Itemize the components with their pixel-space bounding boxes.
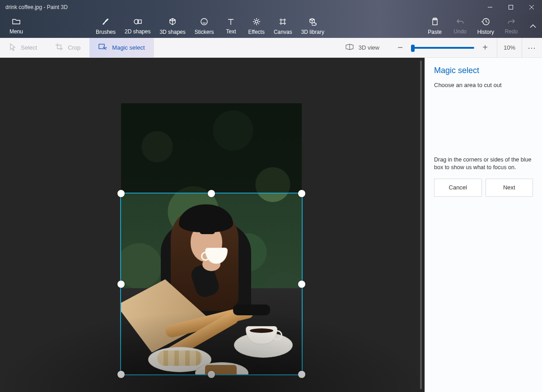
selection-handle-top-left[interactable] xyxy=(117,190,125,197)
side-panel: Magic select Choose an area to cut out D… xyxy=(425,58,542,392)
tool-magic-select[interactable]: Magic select xyxy=(89,38,154,57)
cursor-icon xyxy=(9,43,16,52)
shapes-2d-icon xyxy=(133,18,142,27)
ribbon-stickers[interactable]: Stickers xyxy=(190,14,219,38)
ribbon-label: 2D shapes xyxy=(125,28,150,35)
zoom-controls: − + xyxy=(388,38,497,57)
zoom-slider[interactable] xyxy=(411,47,474,49)
folder-icon xyxy=(12,18,21,27)
ribbon-expand-button[interactable] xyxy=(524,14,542,38)
ribbon-label: Paste xyxy=(428,29,442,35)
main-area: Magic select Choose an area to cut out D… xyxy=(0,58,542,392)
tool-label: Magic select xyxy=(112,44,145,51)
maximize-button[interactable] xyxy=(500,0,521,14)
ribbon-canvas[interactable]: Canvas xyxy=(269,14,297,38)
zoom-in-button[interactable]: + xyxy=(480,42,491,53)
selection-handle-bottom-middle[interactable] xyxy=(208,371,215,378)
ribbon-label: Undo xyxy=(453,28,467,35)
ribbon-text[interactable]: Text xyxy=(218,14,243,38)
menu-label: Menu xyxy=(9,28,23,35)
minimize-button[interactable] xyxy=(480,0,500,14)
ribbon-redo[interactable]: Redo xyxy=(499,14,524,38)
ribbon-undo[interactable]: Undo xyxy=(448,14,473,38)
secondary-toolbar: Select Crop Magic select 3D view − + 10%… xyxy=(0,38,542,58)
history-icon xyxy=(481,18,490,27)
text-icon xyxy=(227,18,234,27)
zoom-out-button[interactable]: − xyxy=(395,42,406,53)
svg-point-4 xyxy=(255,20,258,23)
ribbon-2d-shapes[interactable]: 2D shapes xyxy=(120,14,155,38)
ribbon-label: 3D shapes xyxy=(159,29,185,35)
view-3d-icon xyxy=(345,43,354,52)
svg-point-3 xyxy=(201,18,207,25)
redo-icon xyxy=(507,18,515,27)
ribbon-brushes[interactable]: Brushes xyxy=(91,14,120,38)
ribbon-history[interactable]: History xyxy=(473,14,499,38)
selection-handle-middle-right[interactable] xyxy=(298,281,305,288)
ribbon-3d-library[interactable]: 3D library xyxy=(297,14,329,38)
ribbon-label: 3D library xyxy=(301,29,324,35)
selection-handle-bottom-right[interactable] xyxy=(298,371,305,378)
close-button[interactable] xyxy=(521,0,542,14)
brush-icon xyxy=(102,18,110,27)
ribbon-label: Effects xyxy=(248,29,264,35)
title-bar: drink coffee.jpg - Paint 3D xyxy=(0,0,542,14)
panel-title: Magic select xyxy=(434,66,533,75)
ribbon: Menu Brushes 2D shapes 3D shapes Sticker… xyxy=(0,14,542,38)
paste-icon xyxy=(431,18,439,27)
canvas-icon xyxy=(279,18,287,27)
tool-label: 3D view xyxy=(359,44,379,51)
zoom-percent[interactable]: 10% xyxy=(497,38,522,58)
magic-select-icon xyxy=(98,43,107,52)
chevron-up-icon xyxy=(529,22,537,30)
menu-button[interactable]: Menu xyxy=(0,14,33,38)
tool-label: Crop xyxy=(68,44,80,51)
ribbon-label: Brushes xyxy=(96,29,116,35)
tool-crop[interactable]: Crop xyxy=(46,38,89,57)
cancel-button[interactable]: Cancel xyxy=(434,179,482,197)
panel-hint-top: Choose an area to cut out xyxy=(434,82,533,88)
selection-handle-top-middle[interactable] xyxy=(208,190,215,197)
ribbon-label: Redo xyxy=(505,28,518,35)
ribbon-label: Text xyxy=(226,28,236,35)
window-title: drink coffee.jpg - Paint 3D xyxy=(5,4,68,10)
selection-box[interactable] xyxy=(120,193,303,375)
selection-handle-bottom-left[interactable] xyxy=(117,371,125,378)
ribbon-paste[interactable]: Paste xyxy=(422,14,448,38)
ribbon-label: History xyxy=(477,29,494,35)
tool-label: Select xyxy=(21,44,37,51)
tool-select[interactable]: Select xyxy=(0,38,46,57)
svg-rect-0 xyxy=(509,5,513,9)
next-button[interactable]: Next xyxy=(486,179,533,197)
selection-handle-top-right[interactable] xyxy=(298,190,305,197)
more-options-button[interactable]: ⋯ xyxy=(522,38,542,57)
panel-hint-bottom: Drag in the corners or sides of the blue… xyxy=(434,156,533,171)
svg-rect-5 xyxy=(281,20,285,23)
image-stage[interactable] xyxy=(121,103,302,374)
ribbon-label: Stickers xyxy=(195,29,214,35)
canvas-area[interactable] xyxy=(0,58,425,392)
ribbon-effects[interactable]: Effects xyxy=(243,14,269,38)
canvas-scrollbar[interactable] xyxy=(420,60,422,389)
library-3d-icon xyxy=(308,18,317,27)
ribbon-label: Canvas xyxy=(274,29,292,35)
stickers-icon xyxy=(200,18,208,27)
shapes-3d-icon xyxy=(168,18,177,27)
crop-icon xyxy=(55,43,63,52)
undo-icon xyxy=(456,18,464,27)
effects-icon xyxy=(252,18,261,27)
svg-rect-9 xyxy=(99,44,104,49)
tool-3d-view[interactable]: 3D view xyxy=(336,38,388,57)
ribbon-3d-shapes[interactable]: 3D shapes xyxy=(155,14,190,38)
selection-handle-middle-left[interactable] xyxy=(117,281,125,288)
zoom-slider-thumb[interactable] xyxy=(411,45,415,52)
